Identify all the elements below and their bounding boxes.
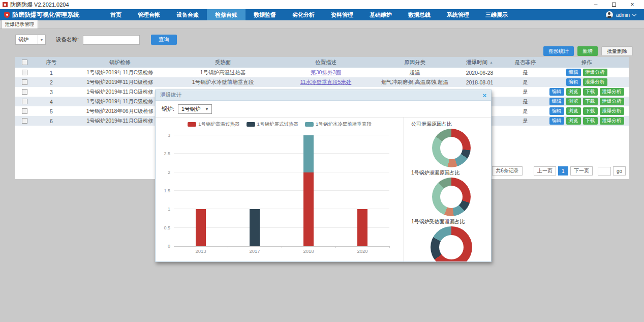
pie-chart-block: 1号锅炉受热面泄漏占比 [411,216,491,261]
donut-chart[interactable] [431,226,472,261]
action-button-泄爆分析[interactable]: 泄爆分析 [600,117,624,125]
search-button[interactable]: 查询 [151,35,177,45]
donut-hole [440,186,463,208]
action-button-编辑[interactable]: 编辑 [566,69,581,76]
select-all-checkbox[interactable] [22,60,27,65]
nav-tab-3[interactable]: 设备台账 [168,9,207,20]
action-button-泄爆分析[interactable]: 泄爆分析 [600,88,624,96]
next-page-button[interactable]: 下一页 [570,166,593,175]
device-name-label: 设备名称: [56,36,79,43]
cell-overhaul: 1号锅炉2019年11月C级检修 [69,79,171,86]
action-button-浏览[interactable]: 浏览 [566,107,581,115]
maximize-button[interactable] [605,0,623,9]
legend-label: 1号锅炉屏式过热器 [257,121,298,128]
goto-page-input[interactable] [598,167,611,175]
brand-title: 防磨防爆可视化管理系统 [12,11,79,19]
row-checkbox[interactable] [22,79,27,85]
current-page[interactable]: 1 [558,166,568,175]
legend-label: 1号锅炉高温过热器 [198,121,239,128]
action-button-编辑[interactable]: 编辑 [566,78,581,86]
modal-close-icon[interactable]: × [482,92,486,99]
action-button-下载[interactable]: 下载 [583,107,598,115]
device-type-select[interactable]: 锅炉 ▼ [15,35,46,45]
modal-header: 泄爆统计 × [156,90,491,101]
nav-tab-5[interactable]: 数据监督 [246,9,284,20]
donut-chart[interactable] [432,129,471,167]
prev-page-button[interactable]: 上一页 [534,166,556,175]
navbar: 防磨防爆可视化管理系统 首页管理台帐设备台账检修台账数据监督劣化分析资料管理基础… [0,9,644,20]
cell-reason: 超温 [377,69,453,76]
action-button-下载[interactable]: 下载 [583,117,598,125]
action-button-泄爆分析[interactable]: 泄爆分析 [600,107,624,115]
action-button-浏览[interactable]: 浏览 [566,88,581,96]
user-menu[interactable]: admin [606,9,644,20]
nav-tab-1[interactable]: 首页 [102,9,130,20]
position-link[interactable]: 11水冷壁垂直段5米处 [300,79,352,86]
nav-tab-10[interactable]: 系统管理 [439,9,477,20]
nav-tab-7[interactable]: 资料管理 [323,9,361,20]
nav-tab-8[interactable]: 基础维护 [361,9,400,20]
nav-tab-9[interactable]: 数据总线 [400,9,439,20]
header-time-sortable[interactable]: 泄爆时间▲ [453,59,506,66]
action-button-编辑[interactable]: 编辑 [549,98,564,105]
row-checkbox[interactable] [22,118,27,124]
nav-tab-4[interactable]: 检修台账 [207,9,246,20]
action-button-浏览[interactable]: 浏览 [566,98,581,105]
pie-chart-title: 1号锅炉受热面泄漏占比 [411,218,491,225]
bar-segment[interactable] [303,135,314,172]
action-button-泄爆分析[interactable]: 泄爆分析 [600,98,624,105]
cell-actions: 编辑浏览下载泄爆分析 [544,98,629,105]
nav-tab-6[interactable]: 劣化分析 [284,9,323,20]
toolbar: 图形统计 新增 批量删除 [543,46,633,56]
add-button[interactable]: 新增 [577,46,598,56]
cell-nonstop: 是 [506,98,544,105]
bar-segment[interactable] [303,172,314,246]
goto-page-button[interactable]: go [613,166,626,175]
action-button-下载[interactable]: 下载 [583,88,598,96]
action-button-浏览[interactable]: 浏览 [566,117,581,125]
reason-text[interactable]: 超温 [410,69,420,76]
donut-chart[interactable] [432,178,471,216]
action-button-编辑[interactable]: 编辑 [549,117,564,125]
chart-stats-button[interactable]: 图形统计 [543,46,574,56]
header-surface: 受热面 [171,59,275,66]
cell-num: 4 [34,99,69,105]
shield-icon [4,12,10,18]
nav-tab-11[interactable]: 三维展示 [477,9,516,20]
donut-hole [439,235,464,259]
legend-item[interactable]: 1号锅炉屏式过热器 [247,121,298,128]
row-checkbox[interactable] [22,108,27,114]
device-name-input[interactable] [83,35,140,45]
row-checkbox-cell [15,79,34,85]
action-button-编辑[interactable]: 编辑 [549,107,564,115]
row-checkbox[interactable] [22,99,27,104]
close-button[interactable]: × [623,0,641,9]
cell-num: 6 [34,118,69,124]
position-link[interactable]: 第30排外3圈 [311,69,341,76]
pie-charts-column: 公司泄漏原因占比1号锅炉泄漏原因占比1号锅炉受热面泄漏占比 [404,118,491,261]
legend-item[interactable]: 1号锅炉水冷壁前墙垂直段 [305,121,372,128]
cell-nonstop: 是 [506,89,544,96]
boiler-select[interactable]: 1号锅炉 ▼ [178,104,212,114]
row-checkbox[interactable] [22,89,27,95]
row-checkbox[interactable] [22,70,27,75]
nav-tabs: 首页管理台帐设备台账检修台账数据监督劣化分析资料管理基础维护数据总线系统管理三维… [102,9,516,20]
gridline [174,135,389,135]
bar-segment[interactable] [196,209,206,246]
bar-segment[interactable] [250,209,260,246]
tab-leak-record-management[interactable]: 泄爆记录管理 [1,20,38,28]
boiler-label: 锅炉: [162,105,174,113]
nav-tab-2[interactable]: 管理台帐 [130,9,168,20]
action-button-泄爆分析[interactable]: 泄爆分析 [583,69,607,76]
action-button-编辑[interactable]: 编辑 [549,88,564,96]
header-checkbox-cell [15,60,34,65]
header-reason: 原因分类 [377,59,453,66]
cell-time: 2018-08-01 [453,79,506,85]
legend-item[interactable]: 1号锅炉高温过热器 [188,121,239,128]
action-button-下载[interactable]: 下载 [583,98,598,105]
batch-delete-button[interactable]: 批量删除 [601,46,633,56]
action-button-泄爆分析[interactable]: 泄爆分析 [583,78,607,86]
x-axis-tick [389,246,390,248]
minimize-button[interactable]: – [587,0,605,9]
bar-segment[interactable] [357,209,367,246]
